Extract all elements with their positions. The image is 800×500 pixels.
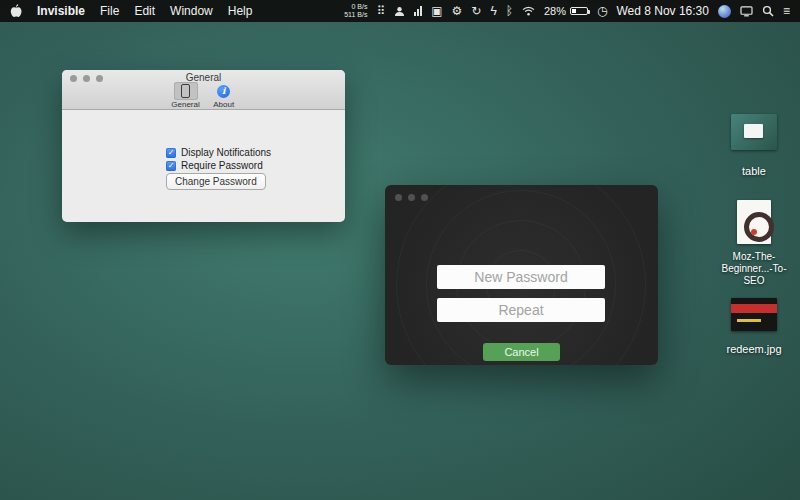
desktop-icon-redeem-jpg[interactable]: redeem.jpg [712,298,796,355]
password-window: Cancel [385,185,658,365]
list-icon[interactable]: ≡ [783,4,790,18]
minimize-button[interactable] [408,194,415,201]
menu-bar: Invisible File Edit Window Help 0 B/s 51… [0,0,800,22]
device-icon [181,84,190,98]
wifi-icon[interactable] [522,6,535,16]
net-up-label: 0 B/s [344,3,367,11]
window-controls [395,194,428,201]
net-down-label: 511 B/s [344,11,367,19]
document-thumbnail-icon [737,200,771,244]
menu-edit[interactable]: Edit [134,4,155,18]
battery-percent-label: 28% [544,5,566,17]
table-thumbnail-icon [731,114,777,150]
checkbox-require-password[interactable] [166,161,176,171]
desktop-icon-label: Moz-The-Beginner...-To-SEO [712,251,796,287]
gear-icon[interactable]: ⚙ [452,4,463,18]
checkbox-display-notifications[interactable] [166,148,176,158]
tab-about[interactable]: i About [212,82,236,109]
preferences-titlebar[interactable]: General General i About [62,70,345,110]
siri-icon[interactable] [718,5,731,18]
menu-bar-clock[interactable]: Wed 8 Nov 16:30 [616,4,709,18]
menu-app-name[interactable]: Invisible [37,4,85,18]
apple-icon [10,4,22,18]
box-icon[interactable]: ▣ [431,4,442,18]
sync-icon[interactable]: ↻ [471,4,481,18]
search-icon[interactable] [762,5,774,17]
option-display-notifications[interactable]: Display Notifications [166,147,271,158]
desktop[interactable]: { "menu_bar": { "app_name": "Invisible",… [0,0,800,500]
change-password-button[interactable]: Change Password [166,173,266,190]
tab-general[interactable]: General [171,82,199,109]
menu-file[interactable]: File [100,4,119,18]
battery-icon [570,7,588,15]
tab-about-label: About [213,100,234,109]
network-speed-indicator[interactable]: 0 B/s 511 B/s [344,3,367,19]
bluetooth-icon[interactable]: ᛒ [506,4,513,18]
image-thumbnail-icon [731,298,777,331]
preferences-window: General General i About Display Notifica… [62,70,345,222]
close-button[interactable] [395,194,402,201]
option-label: Require Password [181,160,263,171]
preferences-toolbar: General i About [62,82,345,109]
desktop-icon-label: redeem.jpg [726,343,781,355]
repeat-password-input[interactable] [437,298,605,322]
display-icon[interactable] [740,6,753,17]
cancel-button[interactable]: Cancel [483,343,560,361]
battery-indicator[interactable]: 28% [544,5,588,17]
option-label: Display Notifications [181,147,271,158]
desktop-icon-table[interactable]: table [712,114,796,177]
menu-help[interactable]: Help [228,4,253,18]
flash-icon[interactable]: ϟ [490,4,496,18]
menu-window[interactable]: Window [170,4,213,18]
user-icon[interactable] [394,6,405,17]
option-require-password[interactable]: Require Password [166,160,263,171]
desktop-icon-label: table [742,165,766,177]
chart-icon[interactable] [414,6,422,16]
info-icon: i [217,85,230,98]
clock-icon[interactable]: ◷ [597,4,607,18]
apple-menu[interactable] [10,4,22,18]
desktop-icon-moz-pdf[interactable]: Moz-The-Beginner...-To-SEO [712,200,796,287]
new-password-input[interactable] [437,265,605,289]
zoom-button[interactable] [421,194,428,201]
grid-icon[interactable]: ⠿ [376,4,385,18]
tab-general-label: General [171,100,199,109]
